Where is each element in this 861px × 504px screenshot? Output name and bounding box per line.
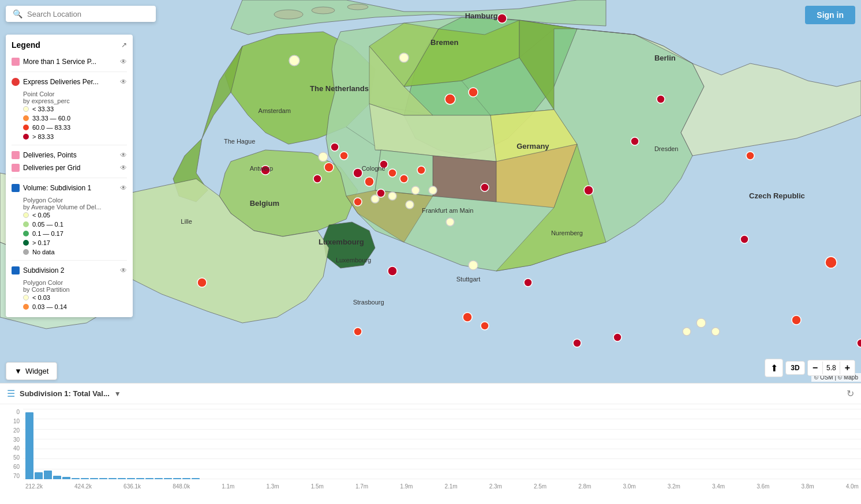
legend-color-swatch-6	[12, 266, 20, 274]
chart-title: Subdivision 1: Total Val...	[20, 389, 110, 398]
svg-point-66	[445, 94, 455, 104]
chart-y-label-30: 30	[0, 437, 20, 443]
legend-eye-icon-5[interactable]: 👁	[120, 184, 127, 192]
svg-point-81	[197, 278, 207, 287]
legend-dot-6	[23, 221, 29, 227]
legend-dot-label-5: < 0.05	[32, 212, 50, 219]
svg-point-92	[697, 318, 706, 328]
legend-color-row-9: No data	[23, 247, 127, 257]
legend-color-row-11: 0.03 — 0.14	[23, 302, 127, 311]
legend-header: Legend ↗	[12, 40, 127, 50]
legend-dot-label-7: 0.1 — 0.17	[32, 230, 63, 237]
chart-y-label-10: 10	[0, 418, 20, 424]
svg-point-62	[613, 333, 622, 341]
chart-y-label-40: 40	[0, 445, 20, 452]
chart-x-label-6: 1.5m	[311, 483, 324, 490]
sign-in-button[interactable]: Sign in	[805, 6, 855, 24]
zoom-plus-button[interactable]: +	[840, 360, 855, 375]
search-input[interactable]	[27, 10, 149, 18]
legend-color-row-5: < 0.05	[23, 210, 127, 220]
compass-button[interactable]: ⬆	[765, 359, 783, 377]
legend-color-swatch-5	[12, 184, 20, 192]
chart-x-label-14: 3.2m	[668, 483, 680, 490]
svg-point-91	[446, 218, 454, 226]
chart-x-label-18: 4.0m	[846, 483, 859, 490]
legend-color-row-1: < 33.33	[23, 104, 127, 114]
svg-point-88	[406, 201, 414, 209]
chart-refresh-icon[interactable]: ↻	[847, 388, 854, 399]
svg-point-54	[380, 160, 388, 168]
chart-panel: ☰ Subdivision 1: Total Val... ▼ ↻ 70 60 …	[0, 383, 861, 504]
chart-x-label-8: 1.9m	[400, 483, 413, 490]
chart-x-label-1: 424.2k	[74, 483, 92, 490]
legend-item-left-2: Express Deliveries Per...	[12, 78, 99, 86]
svg-point-79	[825, 257, 837, 268]
legend-color-swatch-2	[12, 78, 20, 86]
chart-bar-1	[35, 472, 43, 479]
legend-eye-icon-4[interactable]: 👁	[120, 164, 127, 172]
map-controls: ⬆ 3D − 5.8 +	[765, 359, 855, 377]
chart-bar-2	[44, 471, 52, 479]
svg-point-71	[388, 169, 396, 177]
svg-point-56	[388, 266, 397, 276]
chart-x-label-10: 2.3m	[489, 483, 502, 490]
legend-sub-by-2: by Average Volume of Del...	[23, 204, 127, 210]
legend-layer-label-5: Volume: Subdivision 1	[23, 184, 91, 192]
legend-layer-label-4: Deliveries per Grid	[23, 164, 80, 172]
chart-bars-area	[23, 409, 861, 479]
chart-bars-container	[23, 409, 861, 479]
legend-dot-1	[23, 106, 29, 112]
legend-item-more-than-service: More than 1 Service P... 👁	[12, 55, 127, 68]
zoom-minus-button[interactable]: −	[808, 360, 822, 375]
legend-eye-icon[interactable]: 👁	[120, 58, 127, 66]
legend-dot-label-11: 0.03 — 0.14	[32, 303, 67, 310]
legend-sub-type-2: Polygon Color	[23, 197, 127, 204]
svg-point-77	[354, 328, 362, 336]
legend-color-swatch-3	[12, 151, 20, 159]
legend-expand-icon[interactable]: ↗	[121, 41, 127, 49]
svg-point-58	[584, 186, 593, 195]
legend-divider-4	[12, 260, 127, 261]
three-d-button[interactable]: 3D	[785, 361, 804, 375]
svg-point-68	[324, 163, 334, 172]
chart-y-label-50: 50	[0, 454, 20, 461]
chart-bar-0	[25, 412, 33, 479]
svg-point-85	[371, 195, 379, 203]
svg-point-76	[481, 322, 489, 330]
legend-sub-type: Point Color	[23, 91, 127, 97]
legend-layer-label-2: Express Deliveries Per...	[23, 78, 99, 86]
chart-x-label-12: 2.8m	[578, 483, 591, 490]
chart-bar-icon: ☰	[7, 388, 15, 399]
legend-dot-label-4: > 83.33	[32, 133, 54, 140]
svg-point-82	[399, 53, 409, 62]
svg-point-83	[289, 55, 300, 66]
legend-panel: Legend ↗ More than 1 Service P... 👁 Expr…	[6, 35, 133, 317]
legend-color-swatch-4	[12, 164, 20, 172]
zoom-controls: − 5.8 +	[807, 360, 855, 376]
chart-y-label-0: 0	[0, 409, 20, 415]
legend-color-row-7: 0.1 — 0.17	[23, 229, 127, 238]
legend-eye-icon-6[interactable]: 👁	[120, 266, 127, 274]
legend-item-left: More than 1 Service P...	[12, 58, 96, 66]
svg-point-50	[261, 166, 270, 175]
chart-x-axis: 212.2k424.2k636.1k848.0k1.1m1.3m1.5m1.7m…	[23, 479, 861, 494]
svg-point-67	[469, 88, 478, 97]
svg-point-74	[354, 198, 362, 206]
chart-x-label-16: 3.6m	[757, 483, 769, 490]
svg-point-80	[746, 152, 754, 160]
chart-y-label-70: 70	[0, 473, 20, 479]
svg-point-13	[312, 7, 335, 14]
chart-x-label-13: 3.0m	[623, 483, 635, 490]
legend-eye-icon-3[interactable]: 👁	[120, 151, 127, 159]
chart-y-label-60: 60	[0, 464, 20, 470]
legend-eye-icon-2[interactable]: 👁	[120, 78, 127, 86]
widget-button[interactable]: ▼ Widget	[6, 362, 57, 380]
svg-point-73	[417, 166, 425, 174]
chart-dropdown-icon[interactable]: ▼	[114, 390, 121, 398]
svg-point-63	[524, 279, 532, 287]
legend-section-express: Point Color by express_perc < 33.33 33.3…	[12, 91, 127, 141]
chart-x-label-15: 3.4m	[712, 483, 725, 490]
legend-color-row-3: 60.0 — 83.33	[23, 123, 127, 132]
legend-title: Legend	[12, 40, 40, 50]
svg-point-93	[712, 328, 720, 336]
